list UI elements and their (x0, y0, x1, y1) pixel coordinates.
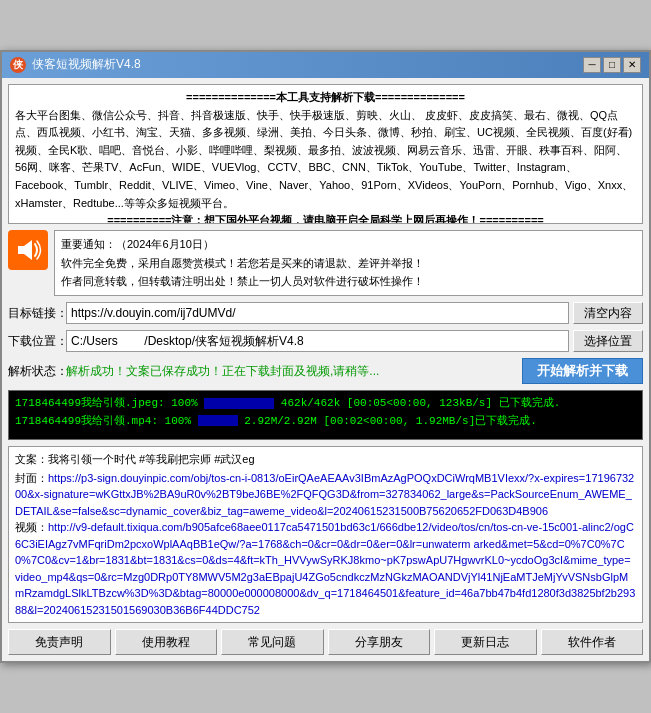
changelog-button[interactable]: 更新日志 (434, 629, 537, 655)
minimize-button[interactable]: ─ (583, 57, 601, 73)
notice-box: 重要通知：（2024年6月10日）软件完全免费，采用自愿赞赏模式！若您若是买来的… (54, 230, 643, 296)
path-input[interactable] (66, 330, 569, 352)
url-label: 目标链接： (8, 305, 62, 322)
cover-url: https://p3-sign.douyinpic.com/obj/tos-cn… (15, 472, 634, 517)
close-button[interactable]: ✕ (623, 57, 641, 73)
url-input[interactable] (66, 302, 569, 324)
main-window: 侠 侠客短视频解析V4.8 ─ □ ✕ ==============本工具支持解… (0, 50, 651, 663)
clear-button[interactable]: 清空内容 (573, 302, 643, 324)
window-title: 侠客短视频解析V4.8 (32, 56, 141, 73)
bottom-buttons: 免责声明 使用教程 常见问题 分享朋友 更新日志 软件作者 (8, 629, 643, 655)
title-bar: 侠 侠客短视频解析V4.8 ─ □ ✕ (2, 52, 649, 78)
video-label: 视频： (15, 521, 48, 533)
progress-line-2: 1718464499我给引领.mp4: 100% 2.92M/2.92M [00… (15, 413, 636, 431)
faq-button[interactable]: 常见问题 (221, 629, 324, 655)
cover-line: 封面：https://p3-sign.douyinpic.com/obj/tos… (15, 470, 636, 520)
author-button[interactable]: 软件作者 (541, 629, 644, 655)
video-line: 视频：http://v9-default.tixiqua.com/b905afc… (15, 519, 636, 618)
progress-line-1: 1718464499我给引领.jpeg: 100% 462k/462k [00:… (15, 395, 636, 413)
maximize-button[interactable]: □ (603, 57, 621, 73)
speaker-icon (8, 230, 48, 270)
platform-info-box: ==============本工具支持解析下载============== 各大… (8, 84, 643, 224)
cover-label: 封面： (15, 472, 48, 484)
video-url: http://v9-default.tixiqua.com/b905afce68… (15, 521, 635, 616)
svg-marker-0 (18, 240, 32, 260)
title-bar-left: 侠 侠客短视频解析V4.8 (10, 56, 141, 73)
path-label: 下载位置： (8, 333, 62, 350)
title-bar-buttons: ─ □ ✕ (583, 57, 641, 73)
select-path-button[interactable]: 选择位置 (573, 330, 643, 352)
info-platforms: 各大平台图集、微信公众号、抖音、抖音极速版、快手、快手极速版、剪映、火山、 皮皮… (15, 107, 636, 213)
app-icon: 侠 (10, 57, 26, 73)
result-title-line: 文案：我将引领一个时代 #等我刷把宗师 #武汉eg (15, 451, 636, 468)
status-row: 解析状态： 解析成功！文案已保存成功！正在下载封面及视频,请稍等... 开始解析… (8, 358, 643, 384)
info-footer: ==========注意：想下国外平台视频，请电脑开启全局科学上网后再操作！==… (15, 212, 636, 224)
result-box: 文案：我将引领一个时代 #等我刷把宗师 #武汉eg 封面：https://p3-… (8, 446, 643, 623)
tutorial-button[interactable]: 使用教程 (115, 629, 218, 655)
progress-box: 1718464499我给引领.jpeg: 100% 462k/462k [00:… (8, 390, 643, 440)
url-row: 目标链接： 清空内容 (8, 302, 643, 324)
share-button[interactable]: 分享朋友 (328, 629, 431, 655)
notice-section: 重要通知：（2024年6月10日）软件完全免费，采用自愿赞赏模式！若您若是买来的… (8, 230, 643, 296)
path-row: 下载位置： 选择位置 (8, 330, 643, 352)
disclaimer-button[interactable]: 免责声明 (8, 629, 111, 655)
status-label: 解析状态： (8, 363, 62, 380)
notice-text: 重要通知：（2024年6月10日）软件完全免费，采用自愿赞赏模式！若您若是买来的… (61, 238, 424, 287)
start-button[interactable]: 开始解析并下载 (522, 358, 643, 384)
content-area: ==============本工具支持解析下载============== 各大… (2, 78, 649, 661)
info-header: ==============本工具支持解析下载============== (15, 89, 636, 107)
status-text: 解析成功！文案已保存成功！正在下载封面及视频,请稍等... (66, 363, 518, 380)
